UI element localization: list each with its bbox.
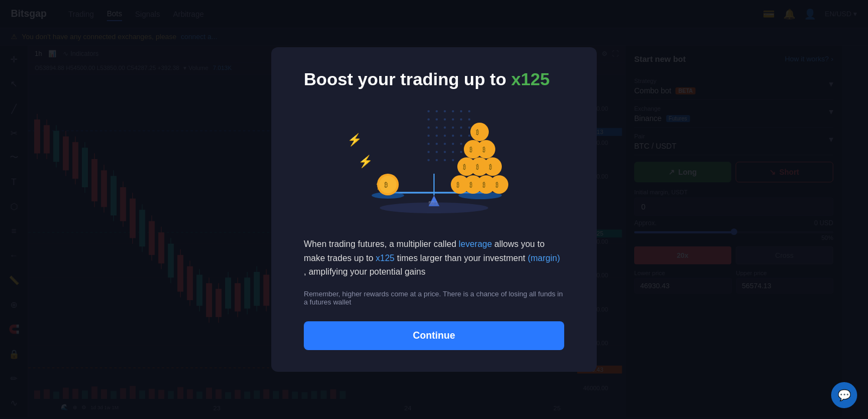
svg-point-135: [436, 118, 438, 120]
x125-word: x125: [376, 253, 395, 263]
svg-point-193: [483, 157, 502, 176]
svg-point-136: [444, 118, 446, 120]
modal-title-highlight: x125: [511, 69, 550, 89]
chat-icon: 💬: [838, 389, 851, 402]
svg-text:₿: ₿: [469, 147, 473, 153]
svg-text:⚡: ⚡: [347, 132, 362, 147]
svg-point-149: [452, 135, 454, 137]
svg-point-159: [436, 151, 438, 153]
modal-body-p1: When trading futures, a multiplier calle…: [304, 239, 456, 249]
margin-word: (margin): [528, 253, 560, 263]
svg-point-147: [436, 135, 438, 137]
svg-point-154: [444, 143, 446, 145]
svg-point-199: [470, 123, 489, 141]
leverage-word: leverage: [458, 239, 492, 249]
svg-point-162: [460, 151, 462, 153]
svg-point-134: [427, 118, 430, 120]
svg-point-158: [427, 151, 430, 153]
svg-text:₿: ₿: [489, 164, 492, 170]
svg-point-139: [468, 118, 470, 120]
svg-point-142: [444, 126, 446, 129]
svg-point-155: [452, 143, 454, 145]
modal-note: Remember, higher rewards come at a price…: [304, 290, 564, 306]
svg-point-152: [427, 143, 430, 145]
scale-illustration: ⚡ ⚡ ⚡ ₿ ₿ ₿ ₿ ₿: [320, 100, 548, 220]
modal-title: Boost your trading up to x125: [304, 69, 564, 90]
continue-button[interactable]: Continue: [304, 321, 564, 350]
svg-point-153: [436, 143, 438, 145]
modal-content: Boost your trading up to x125: [271, 47, 597, 372]
modal-body: When trading futures, a multiplier calle…: [304, 237, 564, 279]
modal-illustration: ⚡ ⚡ ⚡ ₿ ₿ ₿ ₿ ₿: [304, 100, 564, 222]
svg-point-167: [452, 159, 454, 161]
svg-point-129: [436, 110, 438, 112]
modal-body-p4: , amplifying your potential gains: [304, 267, 425, 276]
svg-point-145: [468, 126, 470, 129]
svg-point-137: [452, 118, 454, 120]
svg-point-130: [444, 110, 446, 112]
svg-point-132: [460, 110, 462, 112]
svg-point-140: [427, 126, 430, 129]
svg-point-202: [380, 202, 488, 213]
svg-text:₿: ₿: [482, 147, 486, 153]
svg-point-133: [468, 110, 470, 112]
svg-text:₿: ₿: [482, 182, 486, 188]
svg-point-148: [444, 135, 446, 137]
svg-point-156: [460, 143, 462, 145]
modal-title-text: Boost your trading up to: [304, 69, 506, 89]
svg-point-178: [379, 176, 397, 193]
svg-point-150: [460, 135, 462, 137]
svg-point-141: [436, 126, 438, 129]
modal-overlay: Boost your trading up to x125: [0, 0, 868, 419]
svg-point-187: [490, 175, 508, 194]
svg-text:₿: ₿: [476, 129, 479, 136]
svg-text:₿: ₿: [463, 164, 466, 170]
svg-text:₿: ₿: [384, 181, 388, 189]
svg-point-128: [427, 110, 430, 112]
svg-text:₿: ₿: [469, 182, 473, 188]
svg-text:₿: ₿: [476, 164, 479, 170]
svg-point-151: [468, 135, 470, 137]
svg-point-146: [427, 135, 430, 137]
svg-point-197: [477, 140, 495, 158]
svg-point-161: [452, 151, 454, 153]
svg-text:₿: ₿: [495, 182, 499, 188]
svg-text:₿: ₿: [456, 182, 459, 188]
svg-point-165: [436, 159, 438, 161]
svg-point-144: [460, 126, 462, 129]
chat-bubble[interactable]: 💬: [831, 382, 857, 408]
svg-text:⚡: ⚡: [358, 154, 373, 169]
svg-point-160: [444, 151, 446, 153]
svg-point-166: [444, 159, 446, 161]
svg-point-143: [452, 126, 454, 129]
svg-point-131: [452, 110, 454, 112]
svg-point-138: [460, 118, 462, 120]
svg-point-164: [427, 159, 430, 161]
modal-body-p3: times larger than your investment: [397, 253, 526, 263]
